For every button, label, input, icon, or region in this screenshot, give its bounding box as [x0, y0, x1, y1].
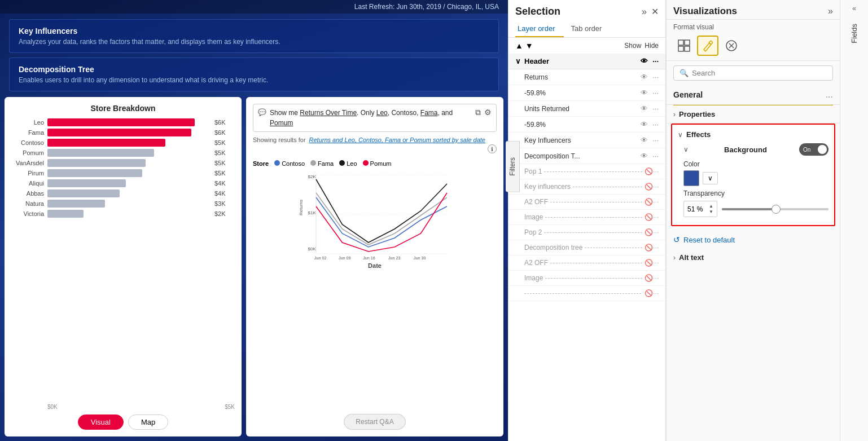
effects-section: ∨ Effects ∨ Background On Color ∨ Transp	[671, 124, 835, 226]
alt-text-chevron-icon: ›	[673, 254, 676, 262]
search-icon: 🔍	[680, 69, 689, 77]
eye-pct1-icon: 👁	[641, 89, 648, 97]
show-hide-btns: Show Hide	[624, 42, 659, 50]
bar-wrap	[47, 118, 211, 126]
eye-decomp2-icon: 🚫	[645, 244, 653, 252]
layer-order-tab[interactable]: Layer order	[515, 20, 564, 37]
color-swatch[interactable]	[683, 170, 699, 186]
bar-wrap	[47, 129, 211, 136]
layer-group-header[interactable]: ∨ Header 👁 ···	[508, 54, 665, 69]
layer-units-returned-label: Units Returned	[524, 105, 641, 113]
layer-item-units-returned[interactable]: Units Returned 👁 ···	[508, 101, 665, 117]
dash-pop1	[544, 171, 642, 172]
qa-settings-btn[interactable]: ⚙	[484, 108, 492, 117]
sep-more-dashes	[524, 293, 641, 294]
legend-fama: Fama	[310, 160, 334, 167]
bar-fill	[47, 210, 84, 218]
qa-actions: ⧉ ⚙	[475, 108, 492, 117]
toggle-on-label: On	[803, 147, 810, 153]
key-influencers-card[interactable]: Key Influencers Analyzes your data, rank…	[9, 19, 499, 53]
layer-item-pct1[interactable]: -59.8% 👁 ···	[508, 85, 665, 101]
viz-expand-btn[interactable]: »	[828, 6, 833, 16]
table-icon-btn[interactable]	[673, 36, 695, 56]
search-input[interactable]	[692, 69, 827, 77]
general-dots[interactable]: ...	[826, 90, 833, 100]
selection-header: Selection » ✕	[508, 0, 665, 20]
tab-order-tab[interactable]: Tab order	[568, 20, 611, 37]
bar-fill	[47, 149, 154, 157]
effects-header[interactable]: ∨ Effects	[672, 128, 834, 141]
restart-qa-btn[interactable]: Restart Q&A	[344, 414, 405, 430]
reset-row[interactable]: ↺ Reset to default	[667, 231, 840, 249]
qa-showing-link[interactable]: Returns and Leo, Contoso, Fama or Pomum …	[309, 136, 485, 143]
line-chart-area: $2K $1K $0K	[253, 170, 497, 409]
move-down-btn[interactable]: ▼	[525, 41, 533, 50]
search-box[interactable]: 🔍	[673, 65, 833, 81]
properties-section[interactable]: › Properties	[667, 105, 840, 124]
svg-text:$1K: $1K	[308, 210, 317, 215]
svg-rect-13	[678, 40, 683, 45]
bar-wrap	[47, 139, 211, 147]
key-influencers-desc: Analyzes your data, ranks the factors th…	[19, 38, 489, 46]
color-dropdown-btn[interactable]: ∨	[703, 172, 718, 184]
sep-more: 🚫 ···	[508, 286, 665, 301]
bar-value: $2K	[214, 210, 235, 217]
layer-item-decomposition[interactable]: Decomposition T... 👁 ···	[508, 148, 665, 164]
expand-btn[interactable]: »	[642, 7, 647, 17]
map-tab-btn[interactable]: Map	[128, 414, 168, 430]
top-bar: Last Refresh: Jun 30th, 2019 / Chicago, …	[0, 0, 508, 14]
background-row: ∨ Background On	[672, 141, 834, 158]
toggle-knob	[818, 145, 827, 154]
store-breakdown-title: Store Breakdown	[11, 104, 235, 113]
qa-input-row[interactable]: 💬 Show me Returns Over Time. Only Leo, C…	[253, 104, 497, 132]
eye-a2off-icon: 🚫	[645, 198, 653, 206]
move-up-btn[interactable]: ▲	[515, 41, 523, 50]
hide-btn[interactable]: Hide	[645, 42, 659, 50]
decomposition-tree-card[interactable]: Decomposition Tree Enables users to dril…	[9, 58, 499, 91]
fields-label[interactable]: Fields	[850, 24, 858, 43]
hand-icon-btn[interactable]	[721, 36, 742, 56]
pct-input[interactable]: 51 % ▲ ▼	[683, 201, 717, 217]
bar-row: Pomum$5K	[11, 149, 235, 157]
bar-value: $5K	[214, 170, 235, 177]
layer-item-pct2[interactable]: -59.8% 👁 ···	[508, 117, 665, 133]
layer-item-returns[interactable]: Returns 👁 ···	[508, 69, 665, 85]
visual-tab-btn[interactable]: Visual	[78, 414, 124, 430]
viz-panel: Visualizations » Format visual	[666, 0, 840, 441]
eye-image2-icon: 🚫	[645, 274, 653, 282]
layer-item-key-influencers[interactable]: Key Influencers 👁 ···	[508, 133, 665, 148]
bar-wrap	[47, 210, 211, 218]
sep-decomp-label: Decomposition tree	[524, 244, 582, 252]
effects-chevron-icon: ∨	[678, 131, 683, 139]
general-label: General	[673, 90, 703, 99]
layer-pct2-label: -59.8%	[524, 121, 641, 129]
sep-decomposition-tree: Decomposition tree 🚫 ···	[508, 240, 665, 255]
sep-ki-label: Key influencers	[524, 183, 571, 191]
bar-value: $3K	[214, 200, 235, 207]
close-btn[interactable]: ✕	[651, 6, 659, 17]
alt-text-section[interactable]: › Alt text	[667, 249, 840, 266]
pct-down-btn[interactable]: ▼	[709, 209, 713, 214]
dots-image-icon: ···	[653, 213, 659, 221]
sep-a2-off: A2 OFF 🚫 ···	[508, 195, 665, 210]
sep-a2off-label: A2 OFF	[524, 198, 548, 206]
filters-tab[interactable]: Filters	[506, 141, 520, 192]
svg-text:Jun 23: Jun 23	[388, 255, 401, 261]
show-btn[interactable]: Show	[624, 42, 641, 50]
dots-a2off2-icon: ···	[653, 259, 659, 267]
pct-up-btn[interactable]: ▲	[709, 204, 713, 209]
transparency-slider[interactable]	[722, 208, 828, 210]
chart-tabs: Visual Map	[11, 414, 235, 430]
bar-fill	[47, 139, 165, 147]
paint-icon-btn[interactable]	[697, 36, 718, 56]
fields-collapse-btn[interactable]: «	[852, 5, 856, 12]
info-icon: ℹ	[488, 144, 497, 153]
transparency-controls: 51 % ▲ ▼	[683, 201, 828, 217]
bar-label: Leo	[11, 119, 44, 126]
reset-icon: ↺	[673, 235, 680, 244]
background-toggle[interactable]: On	[799, 143, 828, 156]
bar-label: Contoso	[11, 139, 44, 146]
color-row: Color ∨	[672, 158, 834, 187]
sep-image-label: Image	[524, 213, 543, 221]
qa-copy-btn[interactable]: ⧉	[475, 108, 481, 117]
